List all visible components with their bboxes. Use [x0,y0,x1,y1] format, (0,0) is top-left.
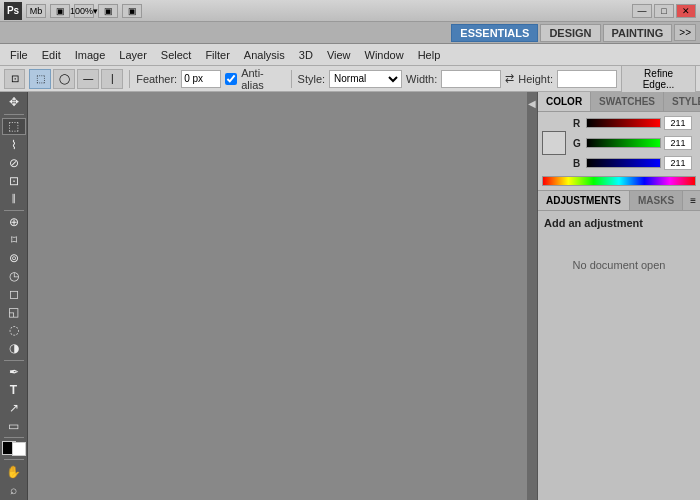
exchange-icon: ⇄ [505,72,514,85]
crop-tool[interactable]: ⊡ [2,172,26,189]
workspace-tab-group: ESSENTIALS DESIGN PAINTING >> [451,24,696,42]
brush-tool[interactable]: ⌑ [2,232,26,249]
zoom-display[interactable]: 100%▾ [74,4,94,18]
hand-tool[interactable]: ✋ [2,463,26,480]
menu-window[interactable]: Window [359,47,410,63]
height-input[interactable] [557,70,617,88]
path-tool[interactable]: ↗ [2,399,26,416]
layout-btn[interactable]: ▣ [50,4,70,18]
menu-3d[interactable]: 3D [293,47,319,63]
tool-sep4 [4,437,24,438]
title-bar-left: Ps Mb ▣ 100%▾ ▣ ▣ [4,2,142,20]
feather-input[interactable] [181,70,221,88]
channel-g-row: G 211 [569,134,696,152]
channel-r-label: R [573,118,583,129]
color-panel: COLOR SWATCHES STYLES ≡ R 211 [538,92,700,191]
tool-options-btn[interactable]: ⊡ [4,69,25,89]
menu-select[interactable]: Select [155,47,198,63]
eraser-tool[interactable]: ◻ [2,286,26,303]
shape-tool[interactable]: ▭ [2,417,26,434]
tab-essentials[interactable]: ESSENTIALS [451,24,538,42]
clone-tool[interactable]: ⊚ [2,250,26,267]
channel-b-slider[interactable] [586,158,661,168]
menu-bar: File Edit Image Layer Select Filter Anal… [0,44,700,66]
tab-adjustments[interactable]: ADJUSTMENTS [538,191,630,210]
marquee-tool[interactable]: ⬚ [2,118,26,136]
history-tool[interactable]: ◷ [2,268,26,285]
menu-help[interactable]: Help [412,47,447,63]
move-tool[interactable]: ✥ [2,94,26,111]
fg-bg-colors[interactable] [2,441,26,457]
channel-r-slider[interactable] [586,118,661,128]
menu-file[interactable]: File [4,47,34,63]
tab-painting[interactable]: PAINTING [603,24,673,42]
title-bar: Ps Mb ▣ 100%▾ ▣ ▣ — □ ✕ [0,0,700,22]
width-label: Width: [406,73,437,85]
options-bar: ⊡ ⬚ ◯ — | Feather: Anti-alias Style: Nor… [0,66,700,92]
tab-swatches[interactable]: SWATCHES [591,92,664,111]
pen-tool[interactable]: ✒ [2,363,26,380]
adj-panel-menu[interactable]: ≡ [686,193,700,208]
menu-filter[interactable]: Filter [199,47,235,63]
minimize-btn[interactable]: — [632,4,652,18]
tool-sep1 [4,114,24,115]
heal-tool[interactable]: ⊕ [2,214,26,231]
blur-tool[interactable]: ◌ [2,322,26,339]
panels-collapse-arrow[interactable]: ◀ [527,92,537,500]
color-swatch-area: R 211 G 211 [538,112,700,174]
tab-styles[interactable]: STYLES [664,92,700,111]
gradient-tool[interactable]: ◱ [2,304,26,321]
eyedropper-tool[interactable]: 𝄂 [2,190,26,207]
text-tool[interactable]: T [2,381,26,398]
more-workspaces-btn[interactable]: >> [674,24,696,41]
anti-alias-checkbox[interactable] [225,73,237,85]
view-btn2[interactable]: ▣ [122,4,142,18]
adjustments-content: Add an adjustment No document open [538,211,700,500]
tool-sep3 [4,360,24,361]
tab-masks[interactable]: MASKS [630,191,683,210]
channel-g-value[interactable]: 211 [664,136,692,150]
menu-analysis[interactable]: Analysis [238,47,291,63]
channel-g-label: G [573,138,583,149]
channel-b-value[interactable]: 211 [664,156,692,170]
style-select[interactable]: NormalFixed RatioFixed Size [329,70,402,88]
main-layout: ✥ ⬚ ⌇ ⊘ ⊡ 𝄂 ⊕ ⌑ ⊚ ◷ ◻ ◱ ◌ ◑ ✒ T ↗ ▭ ✋ ⌕ … [0,92,700,500]
lasso-tool[interactable]: ⌇ [2,136,26,153]
selection-row-btn[interactable]: — [77,69,99,89]
menu-edit[interactable]: Edit [36,47,67,63]
menu-image[interactable]: Image [69,47,112,63]
selection-col-btn[interactable]: | [101,69,123,89]
quick-select-tool[interactable]: ⊘ [2,154,26,171]
channel-r-row: R 211 [569,114,696,132]
app-icon: Ps [4,2,22,20]
window-controls: — □ ✕ [632,4,696,18]
feather-label: Feather: [136,73,177,85]
tab-design[interactable]: DESIGN [540,24,600,42]
no-doc-message: No document open [544,259,694,271]
width-input[interactable] [441,70,501,88]
refine-edge-btn[interactable]: Refine Edge... [621,65,696,93]
menu-view[interactable]: View [321,47,357,63]
tab-color[interactable]: COLOR [538,92,591,111]
dodge-tool[interactable]: ◑ [2,340,26,357]
color-preview-box[interactable] [542,131,566,155]
anti-alias-label: Anti-alias [241,67,284,91]
spectrum-bar[interactable] [542,176,696,186]
adjustments-tabs: ADJUSTMENTS MASKS ≡ [538,191,700,211]
selection-ellipse-btn[interactable]: ◯ [53,69,75,89]
mode-btn[interactable]: Mb [26,4,46,18]
tool-sep5 [4,459,24,460]
separator1 [129,70,130,88]
maximize-btn[interactable]: □ [654,4,674,18]
workspace-tabs: ESSENTIALS DESIGN PAINTING >> [0,22,700,44]
background-color[interactable] [12,442,26,456]
selection-rect-btn[interactable]: ⬚ [29,69,51,89]
zoom-tool[interactable]: ⌕ [2,481,26,498]
channel-g-slider[interactable] [586,138,661,148]
channel-b-label: B [573,158,583,169]
tool-sep2 [4,210,24,211]
menu-layer[interactable]: Layer [113,47,153,63]
channel-r-value[interactable]: 211 [664,116,692,130]
close-btn[interactable]: ✕ [676,4,696,18]
view-btn1[interactable]: ▣ [98,4,118,18]
